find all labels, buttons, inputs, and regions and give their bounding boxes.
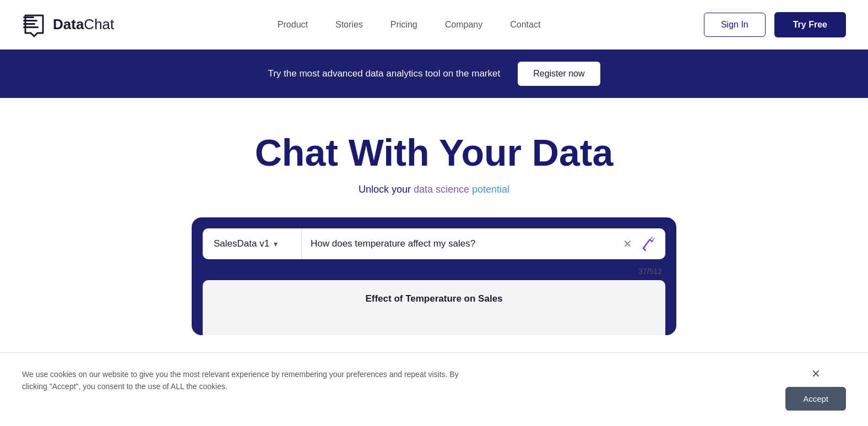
svg-point-4 xyxy=(644,247,645,248)
clear-input-icon[interactable]: ✕ xyxy=(623,237,632,250)
dataset-selector[interactable]: SalesData v1 ▾ xyxy=(203,228,302,259)
chevron-down-icon: ▾ xyxy=(274,239,278,248)
magic-wand-icon[interactable] xyxy=(639,235,657,253)
datachat-logo-icon xyxy=(22,12,47,37)
nav-product[interactable]: Product xyxy=(278,20,308,29)
nav-contact[interactable]: Contact xyxy=(510,20,540,29)
chat-widget: SalesData v1 ▾ ✕ 37/512 Effect xyxy=(192,217,676,335)
hero-title: Chat With Your Data xyxy=(255,131,613,174)
promo-banner: Try the most advanced data analytics too… xyxy=(0,50,868,98)
navbar: DataChat Product Stories Pricing Company… xyxy=(0,0,868,50)
hero-section: Chat With Your Data Unlock your data sci… xyxy=(0,98,868,335)
nav-links: Product Stories Pricing Company Contact xyxy=(278,20,540,30)
nav-stories[interactable]: Stories xyxy=(335,20,363,29)
nav-actions: Sign In Try Free xyxy=(704,12,846,37)
try-free-button[interactable]: Try Free xyxy=(774,12,846,37)
dataset-label: SalesData v1 xyxy=(214,238,269,249)
char-count: 37/512 xyxy=(203,267,665,280)
nav-company[interactable]: Company xyxy=(445,20,482,29)
result-panel: Effect of Temperature on Sales xyxy=(203,280,665,335)
nav-pricing[interactable]: Pricing xyxy=(390,20,417,29)
result-title: Effect of Temperature on Sales xyxy=(214,293,654,304)
sign-in-button[interactable]: Sign In xyxy=(704,13,766,37)
banner-text: Try the most advanced data analytics too… xyxy=(268,68,500,79)
logo-text: DataChat xyxy=(53,16,114,33)
chat-input-row: SalesData v1 ▾ ✕ xyxy=(203,228,665,259)
subtitle-part1: Unlock your xyxy=(359,184,414,195)
chat-action-buttons: ✕ xyxy=(623,235,665,253)
subtitle-part3: potential xyxy=(469,184,509,195)
hero-subtitle: Unlock your data science potential xyxy=(359,184,509,195)
logo[interactable]: DataChat xyxy=(22,12,114,37)
subtitle-part2: data science xyxy=(414,184,469,195)
register-now-button[interactable]: Register now xyxy=(518,62,600,86)
chat-query-input[interactable] xyxy=(302,228,623,259)
